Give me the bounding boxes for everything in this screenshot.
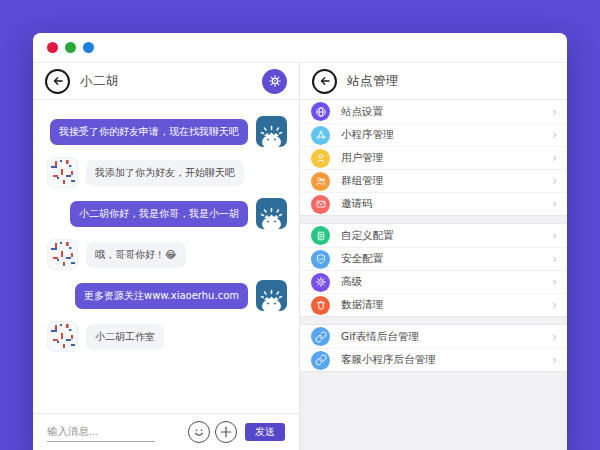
menu-item-user-management[interactable]: 用户管理 › [300,146,567,169]
user-icon [311,149,330,168]
users-icon [311,172,330,191]
message-bubble: 我接受了你的好友申请，现在找我聊天吧 [50,119,248,145]
chevron-right-icon: › [552,331,557,343]
avatar-friend [47,157,78,188]
chat-message-outgoing: 我接受了你的好友申请，现在找我聊天吧 [47,116,287,147]
chevron-right-icon: › [552,276,557,288]
message-bubble: 小二胡你好，我是你哥，我是小一胡 [70,201,248,227]
message-input[interactable] [47,423,155,442]
menu-item-label: 小程序管理 [341,128,394,142]
chevron-right-icon: › [552,152,557,164]
avatar-self [256,116,287,147]
app-window: 小二胡 我接受了你的好友申请，现在找我聊天吧 [33,33,567,450]
message-bubble: 哦，哥哥你好！😂 [86,242,186,268]
chevron-right-icon: › [552,253,557,265]
menu-item-label: 高级 [341,275,362,289]
chevron-right-icon: › [552,354,557,366]
emoji-button[interactable] [188,421,210,443]
chevron-right-icon: › [552,198,557,210]
avatar-friend [47,321,78,352]
main-content: 小二胡 我接受了你的好友申请，现在找我聊天吧 [33,63,567,450]
menu-group-config: 自定义配置 › 安全配置 › 高级 › [300,223,567,317]
menu-item-customer-service-backend[interactable]: 客服小程序后台管理 › [300,348,567,371]
chat-back-button[interactable] [45,69,70,94]
menu-item-custom-config[interactable]: 自定义配置 › [300,224,567,247]
menu-item-invite-code[interactable]: 邀请码 › [300,192,567,215]
menu-item-label: 数据清理 [341,298,383,312]
admin-back-button[interactable] [312,69,337,94]
maximize-window-button[interactable] [83,42,94,53]
minimize-window-button[interactable] [65,42,76,53]
message-composer: 发送 [33,413,299,450]
chevron-right-icon: › [552,106,557,118]
message-bubble: 小二胡工作室 [86,324,164,350]
menu-item-security-config[interactable]: 安全配置 › [300,247,567,270]
document-icon [311,226,330,245]
arrow-left-icon [318,74,332,88]
menu-item-label: 群组管理 [341,174,383,188]
admin-title: 站点管理 [347,73,399,90]
send-button[interactable]: 发送 [245,423,285,441]
envelope-icon [311,195,330,214]
attach-button[interactable] [215,421,237,443]
shield-check-icon [311,250,330,269]
chevron-right-icon: › [552,129,557,141]
gear-icon [311,273,330,292]
menu-item-advanced[interactable]: 高级 › [300,270,567,293]
arrow-left-icon [51,74,65,88]
menu-item-label: 邀请码 [341,197,373,211]
plus-icon [219,425,233,439]
link-icon [311,327,330,346]
menu-item-label: 站点设置 [341,105,383,119]
chat-message-incoming: 我添加了你为好友，开始聊天吧 [47,157,287,188]
message-list: 我接受了你的好友申请，现在找我聊天吧 我添加了你为好友，开始聊天吧 小二胡你好，… [33,100,299,413]
chat-message-outgoing: 更多资源关注www.xiaoerhu.com [47,280,287,311]
menu-item-label: 客服小程序后台管理 [341,353,436,367]
globe-icon [311,102,330,121]
avatar-self [256,198,287,229]
avatar-self [256,280,287,311]
chat-message-incoming: 哦，哥哥你好！😂 [47,239,287,270]
chat-settings-button[interactable] [262,69,287,94]
share-nodes-icon [311,126,330,145]
message-bubble: 我添加了你为好友，开始聊天吧 [86,160,244,186]
chevron-right-icon: › [552,230,557,242]
smiley-icon [189,422,209,442]
menu-item-group-management[interactable]: 群组管理 › [300,169,567,192]
message-bubble: 更多资源关注www.xiaoerhu.com [75,283,248,309]
menu-item-label: 自定义配置 [341,229,394,243]
chat-header: 小二胡 [33,63,299,100]
chat-message-outgoing: 小二胡你好，我是你哥，我是小一胡 [47,198,287,229]
chevron-right-icon: › [552,299,557,311]
window-titlebar [33,33,567,63]
chat-title: 小二胡 [80,73,119,90]
gear-icon [268,74,282,88]
trash-icon [311,296,330,315]
menu-item-label: 安全配置 [341,252,383,266]
chevron-right-icon: › [552,175,557,187]
close-window-button[interactable] [47,42,58,53]
menu-item-label: 用户管理 [341,151,383,165]
avatar-friend [47,239,78,270]
admin-header: 站点管理 [300,63,567,100]
menu-item-site-settings[interactable]: 站点设置 › [300,100,567,123]
menu-item-label: Gif表情后台管理 [341,330,419,344]
menu-item-data-cleanup[interactable]: 数据清理 › [300,293,567,316]
menu-item-gif-emoji-backend[interactable]: Gif表情后台管理 › [300,325,567,348]
site-admin-panel: 站点管理 站点设置 › 小程序管理 › [300,63,567,450]
menu-group-backend-links: Gif表情后台管理 › 客服小程序后台管理 › [300,324,567,372]
link-icon [311,351,330,370]
menu-group-site: 站点设置 › 小程序管理 › 用户管理 › [300,100,567,216]
chat-message-incoming: 小二胡工作室 [47,321,287,352]
chat-panel: 小二胡 我接受了你的好友申请，现在找我聊天吧 [33,63,300,450]
menu-item-miniprogram-management[interactable]: 小程序管理 › [300,123,567,146]
